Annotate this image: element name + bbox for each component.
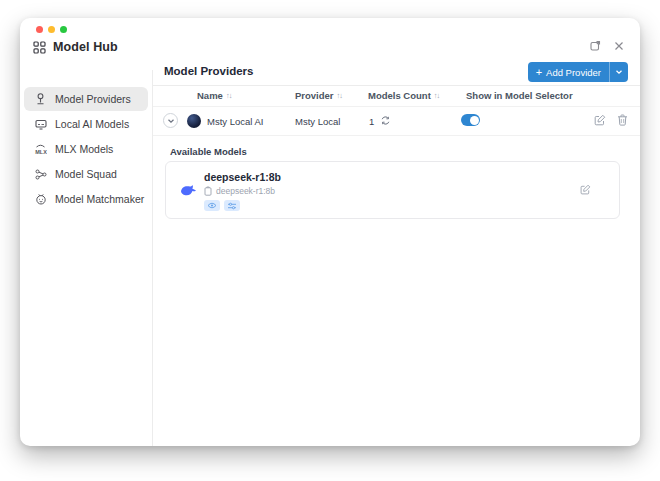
vision-badge-icon xyxy=(204,200,220,211)
divider xyxy=(153,135,640,136)
svg-text:MLX: MLX xyxy=(35,149,47,155)
show-in-model-selector-toggle[interactable] xyxy=(461,114,480,126)
add-provider-button[interactable]: + Add Provider xyxy=(528,62,628,82)
model-hub-window: Model Hub Model Providers xyxy=(20,18,640,446)
sidebar-item-label: Model Squad xyxy=(55,168,117,180)
sidebar-item-label: Local AI Models xyxy=(55,118,129,130)
available-models-heading: Available Models xyxy=(170,146,247,157)
monitor-icon xyxy=(34,119,47,130)
collapse-row-button[interactable] xyxy=(163,113,178,128)
sidebar-item-model-providers[interactable]: Model Providers xyxy=(24,87,148,111)
minimize-traffic-light[interactable] xyxy=(48,26,55,33)
add-provider-label: Add Provider xyxy=(546,67,601,78)
matchmaker-icon xyxy=(34,193,47,205)
zoom-traffic-light[interactable] xyxy=(60,26,67,33)
model-id-text: deepseek-r1:8b xyxy=(216,186,275,196)
add-provider-dropdown-toggle[interactable] xyxy=(609,62,628,82)
sidebar-item-label: Model Providers xyxy=(55,93,131,105)
provider-plug-icon xyxy=(34,93,47,105)
titlebar: Model Hub xyxy=(33,40,118,54)
sync-models-icon[interactable] xyxy=(381,116,390,127)
column-header-show-in-model-selector: Show in Model Selector xyxy=(466,90,573,101)
nodes-icon xyxy=(34,169,47,180)
sidebar-item-model-squad[interactable]: Model Squad xyxy=(24,162,148,186)
sidebar: Model Providers Local AI Models MLX MLX … xyxy=(20,70,153,446)
toggle-knob xyxy=(470,116,479,125)
msty-local-ai-logo-icon xyxy=(187,114,201,128)
edit-provider-icon[interactable] xyxy=(594,114,606,126)
traffic-lights xyxy=(36,26,67,33)
plus-icon: + xyxy=(536,66,542,78)
model-title: deepseek-r1:8b xyxy=(204,171,281,183)
provider-name-cell: Msty Local AI xyxy=(207,116,264,127)
sidebar-item-local-ai-models[interactable]: Local AI Models xyxy=(24,112,148,136)
sidebar-item-model-matchmaker[interactable]: Model Matchmaker xyxy=(24,187,148,211)
models-count-cell: 1 xyxy=(369,116,374,127)
sidebar-item-label: MLX Models xyxy=(55,143,113,155)
deepseek-whale-icon xyxy=(180,183,197,201)
delete-provider-icon[interactable] xyxy=(617,114,628,126)
column-header-models-count[interactable]: Models Count ↑↓ xyxy=(368,90,439,101)
provider-type-cell: Msty Local xyxy=(295,116,340,127)
close-traffic-light[interactable] xyxy=(36,26,43,33)
params-badge-icon xyxy=(224,200,240,211)
sidebar-item-label: Model Matchmaker xyxy=(55,193,144,205)
provider-table-row: Msty Local AI Msty Local 1 xyxy=(153,107,640,135)
model-hub-grid-icon xyxy=(33,41,46,54)
column-header-provider[interactable]: Provider ↑↓ xyxy=(295,90,342,101)
model-card[interactable]: deepseek-r1:8b deepseek-r1:8b xyxy=(165,161,620,219)
table-header: Name ↑↓ Provider ↑↓ Models Count ↑↓ Show… xyxy=(153,86,640,106)
window-title: Model Hub xyxy=(53,40,118,54)
page-title: Model Providers xyxy=(164,65,253,77)
edit-model-icon[interactable] xyxy=(580,184,591,195)
copy-model-id-icon[interactable] xyxy=(204,186,212,196)
column-header-name[interactable]: Name ↑↓ xyxy=(197,90,231,101)
main-panel: Model Providers + Add Provider Name ↑↓ P… xyxy=(153,18,640,446)
sort-icon[interactable]: ↑↓ xyxy=(226,91,232,100)
sidebar-item-mlx-models[interactable]: MLX MLX Models xyxy=(24,137,148,161)
sort-icon[interactable]: ↑↓ xyxy=(434,91,440,100)
mlx-icon: MLX xyxy=(34,143,47,155)
sort-icon[interactable]: ↑↓ xyxy=(337,91,343,100)
